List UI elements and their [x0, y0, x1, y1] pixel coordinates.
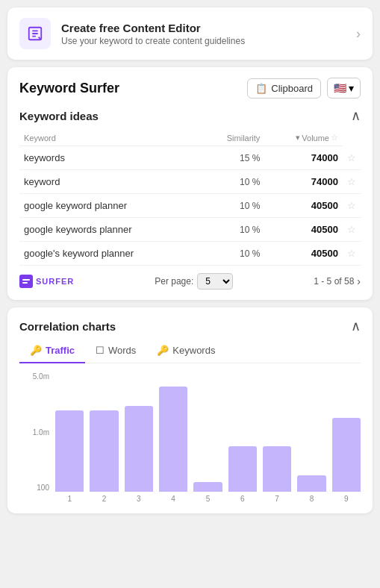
correlation-collapse-icon[interactable]: ∧ — [351, 318, 361, 334]
keyword-ideas-section: Keyword ideas ∧ Keyword Similarity ▾ Vol… — [19, 107, 361, 290]
tab-words[interactable]: ☐Words — [85, 340, 146, 363]
y-axis-label: 5.0m — [33, 372, 49, 381]
page-info: 1 - 5 of 58 › — [314, 275, 361, 287]
x-axis-label: 6 — [228, 495, 257, 503]
keyword-cell: google keyword planner — [19, 194, 200, 218]
chart-inner: 5.0m1.0m100 — [19, 372, 361, 492]
per-page-label: Per page: — [155, 276, 193, 287]
bar — [332, 418, 361, 492]
content-editor-banner[interactable]: Create free Content Editor Use your keyw… — [7, 7, 373, 60]
banner-chevron-icon: › — [356, 26, 361, 42]
tab-keywords[interactable]: 🔑Keywords — [146, 340, 225, 363]
similarity-cell: 10 % — [200, 218, 264, 242]
clipboard-button[interactable]: 📋 Clipboard — [247, 78, 321, 98]
x-axis-label: 3 — [125, 495, 153, 503]
volume-cell: 40500 — [264, 242, 343, 266]
bar-chart: 5.0m1.0m100 123456789 — [19, 372, 361, 503]
next-page-icon[interactable]: › — [357, 275, 361, 287]
tab-label: Keywords — [172, 345, 215, 356]
x-axis-label: 2 — [90, 495, 118, 503]
y-axis-label: 100 — [37, 484, 49, 492]
table-row: google keywords planner 10 % 40500 ☆ — [19, 218, 361, 242]
surfer-brand-icon — [19, 275, 33, 288]
keyword-ideas-table: Keyword Similarity ▾ Volume ☆ keywords 1… — [19, 130, 361, 266]
volume-cell: 40500 — [264, 194, 343, 218]
bar-col — [125, 372, 153, 492]
y-axis-label: 1.0m — [33, 428, 49, 437]
col-keyword: Keyword — [19, 130, 200, 146]
similarity-cell: 10 % — [200, 242, 264, 266]
col-similarity: Similarity — [200, 130, 264, 146]
star-header-icon: ☆ — [331, 133, 338, 143]
col-volume: ▾ Volume ☆ — [264, 130, 343, 146]
bar-col — [193, 372, 222, 492]
traffic-icon: 🔑 — [30, 345, 42, 356]
y-axis: 5.0m1.0m100 — [19, 372, 52, 492]
bar — [55, 410, 84, 492]
bar-col — [90, 372, 118, 492]
surfer-logo: SURFER — [19, 275, 74, 288]
keyword-surfer-header: Keyword Surfer 📋 Clipboard 🇺🇸 ▾ — [19, 78, 361, 98]
banner-title: Create free Content Editor — [61, 22, 346, 34]
keyword-surfer-title: Keyword Surfer — [19, 81, 119, 96]
bar-col — [159, 372, 187, 492]
x-axis-label: 5 — [193, 495, 222, 503]
keyword-ideas-header: Keyword ideas ∧ — [19, 107, 361, 124]
x-axis-label: 1 — [55, 495, 84, 503]
correlation-charts-card: Correlation charts ∧ 🔑Traffic☐Words🔑Keyw… — [7, 307, 373, 513]
svg-rect-1 — [22, 279, 30, 281]
keyword-surfer-card: Keyword Surfer 📋 Clipboard 🇺🇸 ▾ Keyword … — [7, 67, 373, 300]
correlation-charts-header: Correlation charts ∧ — [19, 318, 361, 334]
dropdown-arrow-icon: ▾ — [349, 82, 354, 94]
page-info-text: 1 - 5 of 58 — [314, 276, 354, 287]
table-row: google's keyword planner 10 % 40500 ☆ — [19, 242, 361, 266]
words-icon: ☐ — [96, 345, 105, 356]
tab-traffic[interactable]: 🔑Traffic — [19, 340, 85, 363]
similarity-cell: 15 % — [200, 146, 264, 170]
bar — [193, 482, 222, 492]
volume-cell: 40500 — [264, 218, 343, 242]
clipboard-icon: 📋 — [255, 83, 267, 94]
ks-actions: 📋 Clipboard 🇺🇸 ▾ — [247, 78, 361, 98]
correlation-charts-title: Correlation charts — [19, 320, 116, 333]
surfer-label: SURFER — [36, 277, 74, 286]
sort-icon[interactable]: ▾ — [296, 133, 300, 143]
similarity-cell: 10 % — [200, 170, 264, 194]
x-axis-label: 7 — [263, 495, 291, 503]
keyword-ideas-collapse-icon[interactable]: ∧ — [351, 107, 361, 124]
similarity-cell: 10 % — [200, 194, 264, 218]
star-icon[interactable]: ☆ — [343, 170, 361, 194]
star-icon[interactable]: ☆ — [343, 242, 361, 266]
bar — [228, 446, 257, 492]
keyword-cell: keyword — [19, 170, 200, 194]
keyword-cell: google's keyword planner — [19, 242, 200, 266]
pagination-bar: SURFER Per page: 5102550 1 - 5 of 58 › — [19, 273, 361, 290]
star-icon[interactable]: ☆ — [343, 218, 361, 242]
table-row: keywords 15 % 74000 ☆ — [19, 146, 361, 170]
chart-tabs: 🔑Traffic☐Words🔑Keywords — [19, 340, 361, 363]
keyword-cell: keywords — [19, 146, 200, 170]
bars-container — [55, 372, 361, 492]
x-axis-label: 8 — [297, 495, 326, 503]
table-row: google keyword planner 10 % 40500 ☆ — [19, 194, 361, 218]
volume-cell: 74000 — [264, 170, 343, 194]
svg-rect-2 — [22, 282, 28, 284]
per-page-select[interactable]: 5102550 — [197, 273, 233, 290]
flag-button[interactable]: 🇺🇸 ▾ — [327, 78, 361, 98]
tab-label: Traffic — [46, 345, 75, 356]
bar-col — [332, 372, 361, 492]
bar — [159, 387, 187, 492]
keywords-icon: 🔑 — [157, 345, 169, 356]
bar-col — [263, 372, 291, 492]
star-icon[interactable]: ☆ — [343, 194, 361, 218]
bar-col — [297, 372, 326, 492]
bar — [125, 406, 153, 492]
bar-col — [228, 372, 257, 492]
bar — [297, 475, 326, 492]
bar — [90, 410, 118, 492]
bar — [263, 446, 291, 492]
editor-icon — [19, 18, 51, 49]
star-icon[interactable]: ☆ — [343, 146, 361, 170]
x-axis-label: 4 — [159, 495, 187, 503]
tab-label: Words — [108, 345, 136, 356]
